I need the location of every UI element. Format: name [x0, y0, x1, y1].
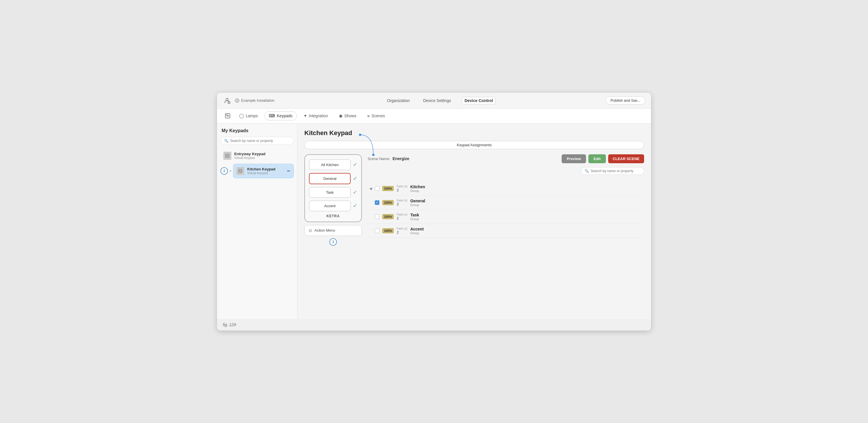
tab-shows[interactable]: ◉ Shows	[335, 111, 361, 121]
keypads-icon: ⌨	[269, 113, 275, 119]
sidebar-search-icon: 🔍	[224, 139, 228, 143]
svg-rect-11	[239, 169, 242, 173]
checkbox-accent[interactable]	[375, 228, 379, 233]
activity-icon-btn[interactable]	[223, 111, 232, 121]
scene-actions: Preview Edit CLEAR SCENE	[562, 154, 644, 163]
keypad-wrapper: All Kitchen ✓ General ✓ Task ✓	[304, 154, 362, 247]
lamps-icon: ◯	[239, 113, 244, 119]
scene-name-label: Scene Name:	[368, 157, 390, 161]
scene-row-kitchen: ◀ 100% Fade (s) 2 Kitchen Group	[368, 182, 644, 196]
scene-row-task: ◀ 100% Fade (s) 2 Task Group	[368, 210, 644, 224]
clear-scene-button[interactable]: CLEAR SCENE	[608, 154, 644, 163]
scene-item-name-general: General	[410, 199, 425, 203]
action-menu[interactable]: ⊙ Action Menu	[304, 225, 362, 236]
svg-rect-12	[239, 170, 240, 170]
scene-search-icon: 🔍	[585, 169, 589, 173]
publish-save-button[interactable]: Publish and Sav...	[606, 96, 645, 105]
fade-group-general: Fade (s) 2	[397, 199, 407, 206]
keypad-brand-label: KETRA	[309, 214, 357, 218]
installation-name: Example Installation	[241, 98, 275, 103]
scenes-icon: ≡	[367, 113, 370, 119]
preview-button[interactable]: Preview	[562, 154, 586, 163]
keypad-btn-accent[interactable]: Accent	[309, 201, 351, 211]
svg-point-3	[236, 100, 238, 101]
level-accent: 100%	[382, 228, 394, 233]
tab-keypads[interactable]: ⌨ Keypads	[265, 111, 297, 121]
installation-badge: Example Installation	[235, 98, 275, 103]
level-kitchen: 100%	[382, 186, 394, 191]
keypad-btn-all-kitchen[interactable]: All Kitchen	[309, 160, 351, 170]
keypad-row-all-kitchen: All Kitchen ✓	[309, 160, 357, 170]
sidebar-search-input[interactable]	[230, 139, 290, 143]
check-task: ✓	[353, 189, 357, 195]
scene-item-type-accent: Group	[410, 231, 424, 235]
keypad-item-entryway[interactable]: Entryway Keypad Virtual Keypad	[220, 149, 294, 163]
page-title: Kitchen Keypad	[304, 129, 644, 137]
scene-header: Scene Name: Energize Preview Edit CLEAR …	[368, 154, 644, 163]
integration-icon: ✦	[304, 113, 307, 119]
entryway-keypad-name: Entryway Keypad	[234, 152, 291, 156]
keypad-item-kitchen[interactable]: Kitchen Keypad Virtual Keypad ✏	[233, 164, 294, 178]
svg-rect-10	[227, 156, 228, 157]
svg-rect-15	[241, 171, 242, 171]
scene-item-type-kitchen: Group	[410, 189, 425, 193]
scene-search-input[interactable]	[591, 169, 640, 173]
action-menu-chevron-icon: ⊙	[309, 228, 312, 233]
top-nav: Example Installation Organization Device…	[217, 93, 651, 109]
fig-caption: fig. 129	[217, 319, 651, 330]
check-general: ✓	[353, 175, 357, 182]
entryway-keypad-icon	[223, 152, 231, 160]
collapse-icon-kitchen[interactable]: ◀	[369, 187, 372, 191]
tab-lamps[interactable]: ◯ Lamps	[235, 111, 262, 121]
nav-organization[interactable]: Organization	[385, 97, 412, 104]
scene-item-name-task: Task	[410, 213, 419, 217]
edit-pencil-icon[interactable]: ✏	[287, 169, 290, 173]
scene-row-general: ◀ 100% Fade (s) 2 General Group	[368, 196, 644, 210]
scene-panel: Scene Name: Energize Preview Edit CLEAR …	[368, 154, 644, 247]
checkbox-general[interactable]	[375, 200, 379, 205]
svg-point-0	[226, 98, 228, 101]
nav-device-settings[interactable]: Device Settings	[421, 97, 453, 104]
check-accent: ✓	[353, 203, 357, 209]
keypad-btn-general[interactable]: General	[309, 173, 351, 184]
scene-item-type-task: Group	[410, 217, 419, 221]
svg-rect-6	[226, 155, 227, 155]
svg-rect-8	[226, 156, 227, 156]
svg-rect-13	[241, 170, 242, 170]
edit-button[interactable]: Edit	[588, 154, 606, 163]
scene-item-name-kitchen: Kitchen	[410, 185, 425, 189]
main-content: My Keypads 🔍 Ent	[217, 124, 651, 319]
svg-rect-5	[226, 154, 229, 158]
keypad-row-accent: Accent ✓	[309, 201, 357, 211]
svg-rect-7	[228, 155, 228, 155]
kitchen-keypad-icon	[236, 167, 244, 175]
annotation-2: 2	[220, 167, 228, 175]
kitchen-keypad-type: Virtual Keypad	[247, 171, 284, 175]
keypad-assignments-button[interactable]: Keypad Assignments	[304, 141, 644, 149]
kitchen-keypad-name: Kitchen Keypad	[247, 167, 284, 171]
nav-device-control[interactable]: Device Control	[462, 97, 496, 104]
right-panel: Kitchen Keypad Keypad Assignments All Ki…	[298, 124, 651, 319]
keypad-row-task: Task ✓	[309, 187, 357, 198]
fade-group-task: Fade (s) 2	[397, 213, 407, 220]
fade-group-accent: Fade (s) 2	[397, 227, 407, 234]
scene-search-box[interactable]: 🔍	[581, 167, 644, 175]
svg-rect-9	[228, 156, 228, 156]
keypad-btn-task[interactable]: Task	[309, 187, 351, 198]
level-general: 100%	[382, 200, 394, 205]
scene-item-name-accent: Accent	[410, 227, 424, 231]
sidebar: My Keypads 🔍 Ent	[217, 124, 298, 319]
scene-item-type-general: Group	[410, 203, 425, 206]
tab-integration[interactable]: ✦ Integration	[299, 111, 332, 121]
sidebar-search-box[interactable]: 🔍	[220, 137, 294, 145]
keypad-row-general: General ✓	[309, 173, 357, 184]
checkbox-kitchen[interactable]	[375, 186, 379, 191]
user-icon	[223, 96, 231, 105]
annotation-3: 3	[330, 238, 337, 246]
action-menu-label: Action Menu	[314, 228, 335, 232]
keypad-frame: All Kitchen ✓ General ✓ Task ✓	[304, 154, 362, 222]
shows-icon: ◉	[339, 113, 343, 119]
tab-scenes[interactable]: ≡ Scenes	[363, 111, 389, 121]
svg-rect-14	[239, 171, 240, 171]
checkbox-task[interactable]	[375, 215, 379, 219]
